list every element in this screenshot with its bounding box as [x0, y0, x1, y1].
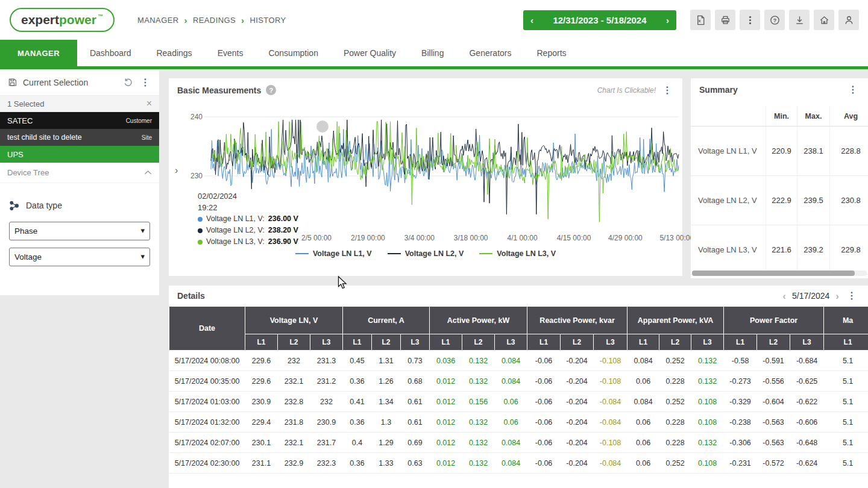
- selection-row-customer[interactable]: SATECCustomer: [0, 112, 159, 129]
- measurement-value: -0.606: [790, 412, 824, 433]
- reset-selection-icon[interactable]: [123, 77, 133, 87]
- summary-row-label: Voltage LN L3, V: [691, 225, 766, 275]
- date-range-picker[interactable]: ‹ 12/31/2023 - 5/18/2024 ›: [523, 10, 676, 30]
- measurement-value: 0.084: [627, 392, 659, 412]
- phase-column-header: L1: [824, 334, 868, 351]
- series-dot-icon: [198, 228, 203, 233]
- column-group-header: Current, A: [343, 307, 430, 334]
- more-options-button[interactable]: [740, 10, 760, 30]
- measurement-value: 0.06: [495, 412, 527, 433]
- summary-value: 230.8: [829, 176, 868, 225]
- measurement-value: 1.26: [372, 371, 401, 392]
- measurement-value: 0.61: [401, 392, 430, 412]
- legend-label: Voltage LN L2, V: [405, 249, 464, 258]
- user-button[interactable]: [838, 10, 859, 30]
- tab-billing[interactable]: Billing: [409, 40, 456, 66]
- print-button[interactable]: [715, 10, 735, 30]
- legend-item[interactable]: Voltage LN L3, V: [479, 249, 556, 258]
- details-row[interactable]: 5/17/2024 00:35:00229.6232.1231.20.361.2…: [169, 371, 868, 392]
- measurement-value: 229.4: [245, 412, 278, 433]
- measurement-value: 231.8: [278, 412, 310, 433]
- tab-manager[interactable]: MANAGER: [0, 40, 77, 66]
- sidebar-menu-icon[interactable]: ⋮: [139, 78, 152, 87]
- phase-column-header: L3: [594, 334, 627, 351]
- details-row[interactable]: 5/17/2024 02:30:00231.1232.9232.30.361.3…: [169, 453, 868, 474]
- details-menu-icon[interactable]: ⋮: [845, 291, 858, 301]
- tab-reports[interactable]: Reports: [524, 40, 579, 66]
- scrollbar-thumb[interactable]: [692, 271, 855, 276]
- logo-trademark: ™: [98, 13, 103, 19]
- sidebar-collapse-handle[interactable]: ›: [175, 165, 178, 176]
- selection-row-site[interactable]: test child site to deleteSite: [0, 129, 159, 146]
- device-tree-toggle[interactable]: Device Tree: [0, 163, 159, 183]
- clear-selection-icon[interactable]: ×: [146, 99, 152, 108]
- measurement-value: 230.1: [245, 433, 278, 453]
- help-button[interactable]: ?: [764, 10, 785, 30]
- download-button[interactable]: [789, 10, 810, 30]
- print-icon: [720, 14, 731, 26]
- measurement-value: 0.012: [430, 412, 462, 433]
- tooltip-values: Voltage LN L1, V: 236.00 VVoltage LN L2,…: [198, 213, 298, 225]
- measurement-value: -0.06: [527, 433, 561, 453]
- row-date: 5/17/2024 02:30:00: [169, 453, 245, 474]
- date-range-next-icon[interactable]: ›: [666, 15, 669, 25]
- details-row[interactable]: 5/17/2024 00:08:00229.6232231.30.451.310…: [169, 351, 868, 371]
- details-next-day-icon[interactable]: ›: [835, 291, 839, 301]
- measurement-value: 231.3: [310, 351, 343, 371]
- measurement-value: 0.63: [401, 453, 430, 474]
- measurement-value: 0.012: [430, 453, 462, 474]
- save-icon: [7, 77, 17, 87]
- phase-column-header: L1: [627, 334, 659, 351]
- phase-column-header: L2: [757, 334, 790, 351]
- measurement-value: -0.06: [527, 351, 561, 371]
- summary-menu-icon[interactable]: ⋮: [846, 85, 860, 95]
- measurement-value: 0.228: [659, 433, 691, 453]
- selection-row-device[interactable]: UPS: [0, 146, 159, 163]
- summary-title: Summary: [699, 85, 738, 95]
- legend-line-icon: [295, 253, 309, 254]
- details-prev-day-icon[interactable]: ‹: [782, 291, 786, 301]
- summary-panel-header: Summary ⋮: [691, 78, 868, 95]
- home-button[interactable]: [814, 10, 834, 30]
- selection-label: SATEC: [7, 116, 33, 125]
- measurement-value: 0.108: [691, 453, 724, 474]
- details-row[interactable]: 5/17/2024 02:07:00230.1232.1231.70.41.29…: [169, 433, 868, 453]
- summary-column-header: Min.: [766, 106, 797, 127]
- measurement-value: -0.108: [594, 433, 627, 453]
- app-logo[interactable]: expert power ™: [10, 8, 115, 32]
- download-icon: [794, 14, 805, 26]
- column-group-header: Voltage LN, V: [245, 307, 343, 334]
- legend-item[interactable]: Voltage LN L1, V: [295, 249, 372, 258]
- date-range-prev-icon[interactable]: ‹: [530, 15, 533, 25]
- measure-select[interactable]: Voltage: [9, 248, 150, 266]
- measurement-value: 5.1: [824, 371, 868, 392]
- y-axis-label: 240: [184, 113, 203, 121]
- details-row[interactable]: 5/17/2024 01:32:00229.4231.8230.90.361.3…: [169, 412, 868, 433]
- breadcrumb-manager[interactable]: MANAGER: [137, 16, 179, 25]
- tab-consumption[interactable]: Consumption: [256, 40, 331, 66]
- summary-scrollbar[interactable]: [692, 271, 867, 276]
- tab-power-quality[interactable]: Power Quality: [331, 40, 409, 66]
- phase-select[interactable]: Phase: [9, 222, 150, 240]
- measurement-value: 5.1: [824, 392, 868, 412]
- measurement-value: 0.06: [627, 433, 659, 453]
- phase-column-header: L3: [691, 334, 724, 351]
- measurement-value: 0.084: [495, 433, 527, 453]
- selection-type-tag: Customer: [126, 117, 152, 124]
- measurement-value: -0.108: [594, 371, 627, 392]
- breadcrumb-history[interactable]: HISTORY: [250, 16, 286, 25]
- details-row[interactable]: 5/17/2024 01:03:00230.9232.82320.411.340…: [169, 392, 868, 412]
- breadcrumb-separator-icon: ›: [241, 15, 244, 25]
- details-date[interactable]: 5/17/2024: [792, 291, 829, 301]
- summary-column-header: Max.: [797, 106, 829, 127]
- measurement-value: 230.9: [245, 392, 278, 412]
- measurement-value: 0.69: [401, 433, 430, 453]
- excel-export-button[interactable]: x: [690, 10, 711, 30]
- breadcrumb-readings[interactable]: READINGS: [193, 16, 236, 25]
- breadcrumb: MANAGER › READINGS › HISTORY: [137, 0, 286, 40]
- tab-events[interactable]: Events: [205, 40, 256, 66]
- tab-dashboard[interactable]: Dashboard: [77, 40, 144, 66]
- legend-item[interactable]: Voltage LN L2, V: [388, 249, 464, 258]
- tab-generators[interactable]: Generators: [456, 40, 524, 66]
- tab-readings[interactable]: Readings: [143, 40, 204, 66]
